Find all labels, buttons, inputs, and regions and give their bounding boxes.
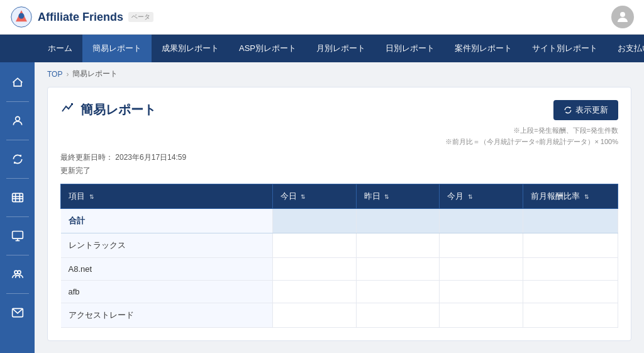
update-status: 更新完了 [60,165,618,176]
nav-item-result-report[interactable]: 成果別レポート [152,35,229,62]
th-ratio-sort: ⇅ [584,194,589,200]
table-row-total: 合計 [61,209,618,233]
th-today-label: 今日 [280,191,297,201]
logo-badge: ベータ [128,12,153,22]
cell-accesstrade-month [440,303,523,328]
sidebar-item-group[interactable] [4,261,31,288]
nav-item-case-report[interactable]: 案件別レポート [445,35,522,62]
svg-rect-5 [12,193,23,201]
table-row-afb: afb [61,281,618,303]
nav-bar: ホーム 簡易レポート 成果別レポート ASP別レポート 月別レポート 日別レポー… [0,35,644,62]
report-title: 簡易レポート [60,100,156,119]
th-yesterday-label: 昨日 [364,191,380,201]
breadcrumb: TOP › 簡易レポート [47,69,631,79]
cell-total-today [272,209,356,233]
cell-accesstrade-yesterday [356,303,440,328]
table-row-a8: A8.net [61,258,618,281]
cell-a8-today [272,258,356,281]
nav-item-daily-report[interactable]: 日別レポート [375,35,445,62]
nav-item-monthly-report[interactable]: 月別レポート [306,35,375,62]
table-row-accesstrade: アクセストレード [61,303,618,328]
th-today-sort: ⇅ [301,194,306,200]
logo-text: Affiliate Friends [38,11,123,24]
th-ratio-label: 前月報酬比率 [531,191,580,201]
cell-afb-name: afb [61,281,273,303]
th-item-sort: ⇅ [89,194,94,200]
report-note: ※上段=発生報酬、下段=発生件数 ※前月比＝（今月統計データ÷前月統計データ）×… [60,125,618,147]
refresh-button-label: 表示更新 [575,104,608,116]
breadcrumb-top-link[interactable]: TOP [47,70,62,79]
cell-total-name: 合計 [61,209,273,233]
sidebar-item-film[interactable] [4,184,31,211]
nav-item-home[interactable]: ホーム [38,35,82,62]
cell-accesstrade-ratio [523,303,618,328]
logo-icon [10,6,33,28]
report-meta: 最終更新日時： 2023年6月17日14:59 [60,152,618,163]
report-card-header: 簡易レポート 表示更新 [60,100,618,120]
report-note-line2: ※前月比＝（今月統計データ÷前月統計データ）× 100% [60,137,618,148]
cell-a8-ratio [523,258,618,281]
last-updated-label: 最終更新日時： [60,153,113,162]
cell-a8-yesterday [356,258,440,281]
th-ratio[interactable]: 前月報酬比率 ⇅ [523,184,618,209]
sidebar-divider-4 [6,216,29,217]
cell-rentracks-ratio [523,233,618,258]
breadcrumb-current: 簡易レポート [72,69,118,79]
sidebar-item-mail[interactable] [4,299,31,327]
cell-accesstrade-name: アクセストレード [61,303,273,328]
nav-item-simple-report[interactable]: 簡易レポート [82,35,152,62]
cell-afb-yesterday [356,281,440,303]
logo-area: Affiliate Friends ベータ [10,6,153,28]
cell-afb-today [272,281,356,303]
sidebar-item-person[interactable] [4,107,31,135]
nav-item-site-report[interactable]: サイト別レポート [522,35,608,62]
page-layout: TOP › 簡易レポート 簡易レポート [0,62,644,353]
user-avatar[interactable] [611,6,634,28]
th-month-sort: ⇅ [468,194,473,200]
cell-accesstrade-today [272,303,356,328]
sidebar-divider-3 [6,178,29,179]
svg-point-4 [15,116,19,121]
sidebar-divider-6 [6,293,29,294]
nav-item-asp-report[interactable]: ASP別レポート [229,35,306,62]
table-body: 合計 レントラックス [61,209,618,328]
sidebar-item-monitor[interactable] [4,222,31,250]
th-item[interactable]: 項目 ⇅ [61,184,273,209]
svg-rect-10 [12,232,23,239]
table-row-rentracks: レントラックス [61,233,618,258]
cell-rentracks-today [272,233,356,258]
nav-item-payment[interactable]: お支払い履歴 [608,35,644,62]
sidebar-item-sync[interactable] [4,145,31,173]
cell-afb-ratio [523,281,618,303]
last-updated-value: 2023年6月17日14:59 [115,153,186,162]
cell-a8-month [440,258,523,281]
breadcrumb-separator: › [66,70,69,79]
cell-a8-name: A8.net [61,258,273,281]
th-month-label: 今月 [447,191,464,201]
main-content: TOP › 簡易レポート 簡易レポート [35,62,644,353]
report-note-line1: ※上段=発生報酬、下段=発生件数 [60,125,618,137]
top-bar: Affiliate Friends ベータ [0,0,644,35]
cell-total-yesterday [356,209,440,233]
cell-total-ratio [523,209,618,233]
sidebar-divider-1 [6,101,29,102]
th-yesterday-sort: ⇅ [384,194,389,200]
table-header-row: 項目 ⇅ 今日 ⇅ 昨日 ⇅ 今月 ⇅ [61,184,618,209]
sidebar-item-home[interactable] [4,69,31,96]
chart-icon [60,100,75,119]
cell-rentracks-yesterday [356,233,440,258]
svg-point-3 [620,12,625,17]
sidebar-divider-2 [6,140,29,140]
th-yesterday[interactable]: 昨日 ⇅ [356,184,440,209]
report-card: 簡易レポート 表示更新 ※上段=発生報酬、下段=発生件数 ※前月比＝（今月統計デ… [47,87,631,341]
refresh-button[interactable]: 表示更新 [553,100,618,120]
svg-point-14 [18,271,21,274]
cell-afb-month [440,281,523,303]
cell-total-month [440,209,523,233]
report-title-text: 簡易レポート [80,101,156,118]
sidebar [0,62,35,353]
th-item-label: 項目 [69,191,85,201]
th-month[interactable]: 今月 ⇅ [440,184,523,209]
th-today[interactable]: 今日 ⇅ [272,184,356,209]
svg-point-2 [19,13,25,19]
